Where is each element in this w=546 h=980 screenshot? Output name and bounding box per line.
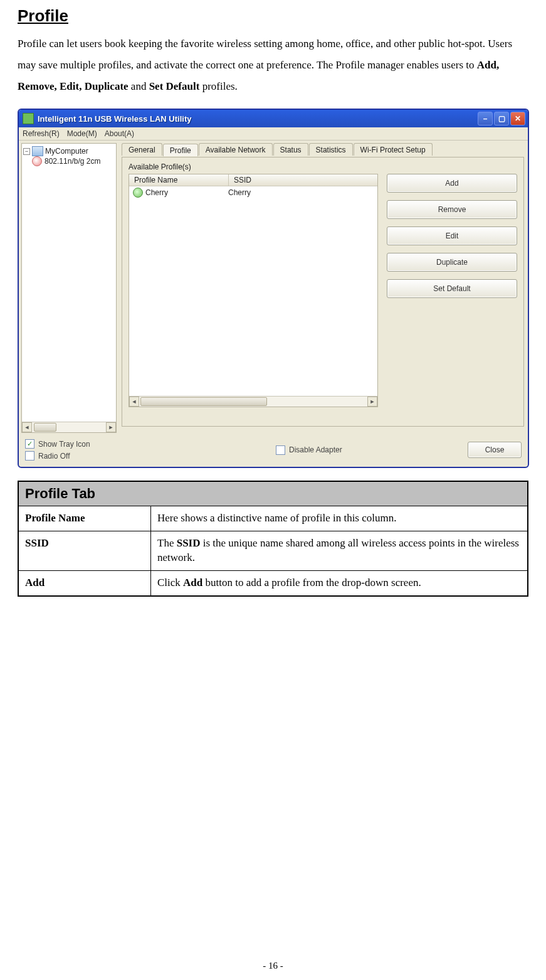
- tree-collapse-icon[interactable]: −: [23, 148, 30, 155]
- checkbox-icon: [25, 439, 34, 449]
- cell-profile-name: Cherry: [145, 188, 226, 197]
- tab-status[interactable]: Status: [273, 143, 308, 156]
- scroll-left-icon[interactable]: ◄: [22, 422, 32, 432]
- bold-text: SSID: [177, 537, 201, 549]
- checkbox-icon: [276, 445, 285, 455]
- cell-key: Add: [18, 570, 151, 595]
- table-row: SSID The SSID is the unique name shared …: [18, 531, 528, 570]
- available-profiles-label: Available Profile(s): [129, 162, 517, 171]
- tree-adapter-label[interactable]: 802.11n/b/g 2cm: [45, 157, 100, 166]
- cell-key: SSID: [18, 531, 151, 570]
- set-default-button[interactable]: Set Default: [387, 279, 517, 298]
- tab-strip: General Profile Available Network Status…: [122, 143, 524, 156]
- profile-icon: [133, 188, 143, 198]
- table-header: Profile Tab: [18, 481, 528, 506]
- tree-root-label[interactable]: MyComputer: [45, 147, 88, 156]
- scroll-thumb[interactable]: [140, 397, 267, 406]
- column-ssid[interactable]: SSID: [229, 174, 377, 186]
- intro-text-2: and: [129, 80, 149, 92]
- minimize-button[interactable]: –: [478, 112, 493, 125]
- table-row: Add Click Add button to add a profile fr…: [18, 570, 528, 595]
- intro-paragraph: Profile can let users book keeping the f…: [18, 33, 528, 97]
- device-tree[interactable]: − MyComputer 802.11n/b/g 2cm ◄ ►: [21, 143, 117, 433]
- bold-text: Add: [183, 577, 202, 589]
- maximize-button[interactable]: ▢: [494, 112, 509, 125]
- text: Click: [157, 577, 183, 589]
- disable-adapter-checkbox[interactable]: Disable Adapter: [276, 445, 342, 455]
- tab-available-network[interactable]: Available Network: [199, 143, 273, 156]
- menu-about[interactable]: About(A): [105, 129, 134, 138]
- cell-ssid: Cherry: [228, 188, 374, 197]
- scroll-right-icon[interactable]: ►: [367, 397, 377, 407]
- tab-general[interactable]: General: [122, 143, 162, 156]
- close-window-button[interactable]: ✕: [510, 112, 525, 125]
- adapter-icon: [32, 156, 42, 166]
- checkbox-icon: [25, 451, 34, 461]
- add-button[interactable]: Add: [387, 174, 517, 193]
- scroll-right-icon[interactable]: ►: [106, 422, 116, 432]
- cell-key: Profile Name: [18, 506, 151, 531]
- profile-row[interactable]: Cherry Cherry: [129, 186, 377, 199]
- column-profile-name[interactable]: Profile Name: [129, 174, 229, 186]
- footer-bar: Show Tray Icon Radio Off Disable Adapter…: [19, 435, 528, 467]
- app-icon: [23, 113, 34, 124]
- remove-button[interactable]: Remove: [387, 200, 517, 219]
- text: The: [157, 537, 177, 549]
- tab-profile[interactable]: Profile: [163, 144, 198, 156]
- page-number: - 16 -: [0, 961, 546, 971]
- text: is the unique name shared among all wire…: [157, 537, 519, 563]
- intro-text: Profile can let users book keeping the f…: [18, 38, 512, 71]
- app-window: Intelligent 11n USB Wireless LAN Utility…: [18, 109, 529, 468]
- radio-off-checkbox[interactable]: Radio Off: [25, 451, 188, 461]
- intro-bold-2: Set Default: [149, 80, 200, 92]
- radio-off-label: Radio Off: [38, 452, 70, 461]
- menu-mode[interactable]: Mode(M): [67, 129, 97, 138]
- tab-statistics[interactable]: Statistics: [309, 143, 353, 156]
- scroll-left-icon[interactable]: ◄: [129, 397, 139, 407]
- intro-text-3: profiles.: [199, 80, 237, 92]
- close-button[interactable]: Close: [468, 442, 522, 458]
- duplicate-button[interactable]: Duplicate: [387, 253, 517, 272]
- show-tray-checkbox[interactable]: Show Tray Icon: [25, 439, 188, 449]
- list-hscrollbar[interactable]: ◄ ►: [129, 396, 377, 407]
- tab-wps[interactable]: Wi-Fi Protect Setup: [354, 143, 433, 156]
- computer-icon: [32, 146, 43, 156]
- window-title: Intelligent 11n USB Wireless LAN Utility: [38, 114, 191, 124]
- cell-value: Click Add button to add a profile from t…: [151, 570, 528, 595]
- table-row: Profile Name Here shows a distinctive na…: [18, 506, 528, 531]
- cell-value: The SSID is the unique name shared among…: [151, 531, 528, 570]
- profile-panel: Available Profile(s) Profile Name SSID C…: [122, 157, 524, 427]
- text: button to add a profile from the drop-do…: [202, 577, 421, 589]
- cell-value: Here shows a distinctive name of profile…: [151, 506, 528, 531]
- titlebar[interactable]: Intelligent 11n USB Wireless LAN Utility…: [19, 110, 528, 127]
- tree-hscrollbar[interactable]: ◄ ►: [22, 422, 116, 432]
- menu-refresh[interactable]: Refresh(R): [23, 129, 60, 138]
- profile-list[interactable]: Profile Name SSID Cherry Cherry ◄: [129, 174, 378, 407]
- disable-adapter-label: Disable Adapter: [289, 445, 342, 454]
- profile-tab-table: Profile Tab Profile Name Here shows a di…: [18, 481, 528, 597]
- scroll-thumb[interactable]: [34, 423, 56, 432]
- section-heading: Profile: [18, 6, 528, 26]
- menubar: Refresh(R) Mode(M) About(A): [19, 127, 528, 141]
- show-tray-label: Show Tray Icon: [38, 440, 90, 449]
- edit-button[interactable]: Edit: [387, 226, 517, 245]
